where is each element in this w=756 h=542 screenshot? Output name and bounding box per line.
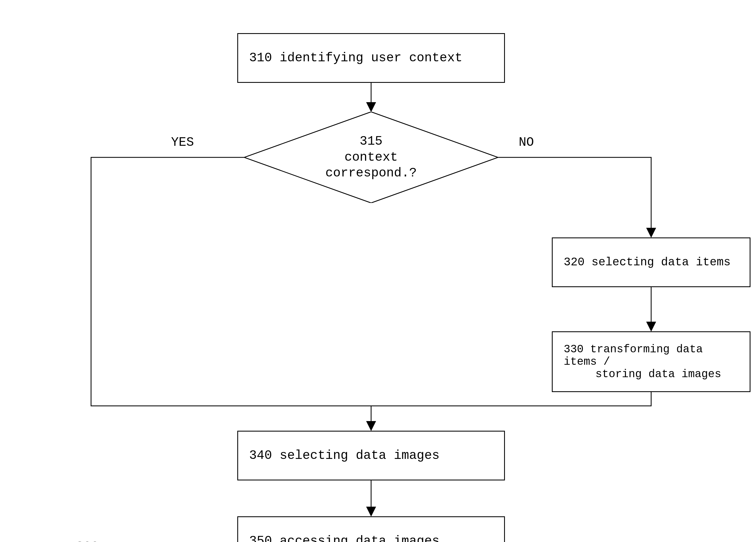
decision-315-context-correspond: 315 context correspond.? — [244, 112, 498, 203]
process-320-selecting-data-items: 320 selecting data items — [552, 237, 750, 287]
process-330-line1: 330 transforming data items / — [564, 343, 739, 368]
process-340-label: 340 selecting data images — [249, 448, 440, 463]
process-350-accessing-data-images: 350 accessing data images — [237, 516, 505, 542]
process-330-line2: storing data images — [564, 368, 721, 381]
decision-315-line1: 315 — [325, 134, 417, 150]
process-310-identifying-user-context: 310 identifying user context — [237, 33, 505, 83]
figure-reference-label: 300 — [76, 540, 99, 542]
process-330-transforming-storing: 330 transforming data items / storing da… — [552, 331, 750, 392]
flowchart-container: 310 identifying user context 315 context… — [0, 0, 756, 542]
process-350-label: 350 accessing data images — [249, 534, 440, 542]
decision-no-label: NO — [519, 135, 534, 150]
decision-315-text: 315 context correspond.? — [325, 134, 417, 181]
decision-315-line3: correspond.? — [325, 165, 417, 181]
process-310-label: 310 identifying user context — [249, 51, 462, 65]
decision-315-line2: context — [325, 149, 417, 165]
decision-yes-label: YES — [171, 135, 194, 150]
process-340-selecting-data-images: 340 selecting data images — [237, 431, 505, 480]
process-320-label: 320 selecting data items — [564, 256, 731, 269]
